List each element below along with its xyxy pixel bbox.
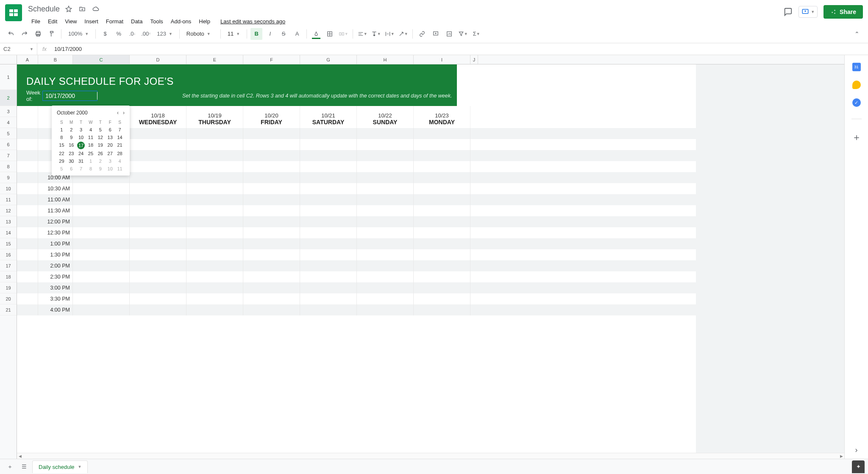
- wrap-button[interactable]: ▼: [384, 28, 395, 40]
- schedule-cell[interactable]: [357, 271, 414, 282]
- schedule-cell[interactable]: [357, 161, 414, 172]
- schedule-cell[interactable]: [243, 260, 300, 271]
- row-header[interactable]: 19: [0, 282, 17, 293]
- schedule-cell[interactable]: [186, 172, 243, 183]
- datepicker-day[interactable]: 5: [57, 165, 67, 172]
- schedule-cell[interactable]: [243, 293, 300, 304]
- menu-addons[interactable]: Add-ons: [167, 17, 195, 25]
- datepicker-day[interactable]: 22: [57, 150, 67, 157]
- last-edit-link[interactable]: Last edit was seconds ago: [217, 17, 289, 25]
- datepicker-day[interactable]: 2: [67, 126, 76, 133]
- col-header-i[interactable]: I: [414, 55, 470, 64]
- insert-chart-button[interactable]: [443, 28, 455, 40]
- schedule-cell[interactable]: [414, 183, 470, 194]
- schedule-cell[interactable]: [130, 304, 186, 315]
- schedule-cell[interactable]: [73, 282, 130, 293]
- schedule-cell[interactable]: [357, 260, 414, 271]
- datepicker-day[interactable]: 3: [105, 158, 115, 165]
- tasks-sidepanel-icon[interactable]: [852, 98, 861, 107]
- schedule-cell[interactable]: [414, 161, 470, 172]
- schedule-cell[interactable]: [243, 282, 300, 293]
- datepicker-day[interactable]: 1: [86, 158, 96, 165]
- schedule-cell[interactable]: [186, 260, 243, 271]
- calendar-sidepanel-icon[interactable]: [852, 63, 861, 71]
- row-header[interactable]: 5: [0, 128, 17, 139]
- schedule-cell[interactable]: [186, 227, 243, 238]
- row-header[interactable]: 9: [0, 172, 17, 183]
- schedule-cell[interactable]: [130, 161, 186, 172]
- datepicker-day[interactable]: 13: [105, 134, 115, 141]
- hide-sidepanel-icon[interactable]: ›: [855, 446, 858, 454]
- menu-file[interactable]: File: [28, 17, 44, 25]
- font-size-select[interactable]: 11▼: [224, 28, 243, 39]
- schedule-cell[interactable]: [130, 271, 186, 282]
- move-icon[interactable]: [78, 5, 86, 13]
- datepicker-day[interactable]: 2: [95, 158, 105, 165]
- col-header-f[interactable]: F: [243, 55, 300, 64]
- menu-tools[interactable]: Tools: [147, 17, 166, 25]
- decrease-decimal-button[interactable]: .0↓: [126, 28, 138, 40]
- strikethrough-button[interactable]: S: [278, 28, 289, 40]
- menu-edit[interactable]: Edit: [45, 17, 61, 25]
- datepicker-day[interactable]: 29: [57, 158, 67, 165]
- schedule-cell[interactable]: [130, 216, 186, 227]
- italic-button[interactable]: I: [264, 28, 276, 40]
- schedule-cell[interactable]: [130, 293, 186, 304]
- text-color-button[interactable]: A: [291, 28, 303, 40]
- datepicker-day[interactable]: 10: [76, 134, 86, 141]
- row-header[interactable]: 18: [0, 271, 17, 282]
- schedule-cell[interactable]: [186, 161, 243, 172]
- insert-link-button[interactable]: [416, 28, 428, 40]
- name-box[interactable]: C2▼: [0, 43, 37, 55]
- schedule-cell[interactable]: [243, 183, 300, 194]
- datepicker-day[interactable]: 7: [115, 126, 125, 133]
- col-header-h[interactable]: H: [357, 55, 414, 64]
- star-icon[interactable]: [65, 5, 72, 13]
- row-header[interactable]: 8: [0, 161, 17, 172]
- format-currency-button[interactable]: $: [99, 28, 111, 40]
- col-header-d[interactable]: D: [130, 55, 186, 64]
- schedule-cell[interactable]: [73, 238, 130, 249]
- datepicker-day[interactable]: 8: [86, 165, 96, 172]
- schedule-cell[interactable]: [130, 128, 186, 139]
- insert-comment-button[interactable]: [430, 28, 442, 40]
- schedule-cell[interactable]: [357, 128, 414, 139]
- sheet-tab[interactable]: Daily schedule ▼: [32, 460, 88, 473]
- schedule-cell[interactable]: [414, 293, 470, 304]
- row-header[interactable]: 16: [0, 249, 17, 260]
- schedule-cell[interactable]: [414, 194, 470, 205]
- schedule-cell[interactable]: [186, 271, 243, 282]
- datepicker-day[interactable]: 10: [105, 165, 115, 172]
- schedule-cell[interactable]: [73, 260, 130, 271]
- schedule-cell[interactable]: [357, 139, 414, 150]
- schedule-cell[interactable]: [243, 238, 300, 249]
- schedule-cell[interactable]: [357, 150, 414, 161]
- schedule-cell[interactable]: [243, 194, 300, 205]
- datepicker-day[interactable]: 17: [77, 142, 85, 149]
- schedule-cell[interactable]: [243, 216, 300, 227]
- schedule-cell[interactable]: [186, 128, 243, 139]
- schedule-cell[interactable]: [130, 150, 186, 161]
- schedule-cell[interactable]: [357, 304, 414, 315]
- schedule-cell[interactable]: [73, 249, 130, 260]
- cloud-status-icon[interactable]: [92, 5, 100, 13]
- datepicker-day[interactable]: 20: [105, 142, 115, 149]
- datepicker-day[interactable]: 25: [86, 150, 96, 157]
- schedule-cell[interactable]: [414, 128, 470, 139]
- hscrollbar[interactable]: ◀ ▶: [17, 453, 844, 459]
- datepicker-day[interactable]: 6: [67, 165, 76, 172]
- datepicker-day[interactable]: 30: [67, 158, 76, 165]
- schedule-cell[interactable]: [414, 238, 470, 249]
- schedule-cell[interactable]: [186, 183, 243, 194]
- redo-button[interactable]: [19, 28, 31, 40]
- formula-input[interactable]: 10/17/2000: [52, 46, 868, 52]
- datepicker-day[interactable]: 26: [95, 150, 105, 157]
- select-all-corner[interactable]: [0, 55, 17, 64]
- undo-button[interactable]: [5, 28, 17, 40]
- schedule-cell[interactable]: [243, 271, 300, 282]
- schedule-cell[interactable]: [357, 205, 414, 216]
- bold-button[interactable]: B: [250, 28, 262, 40]
- schedule-cell[interactable]: [186, 194, 243, 205]
- schedule-cell[interactable]: [73, 183, 130, 194]
- fill-color-button[interactable]: [310, 28, 322, 40]
